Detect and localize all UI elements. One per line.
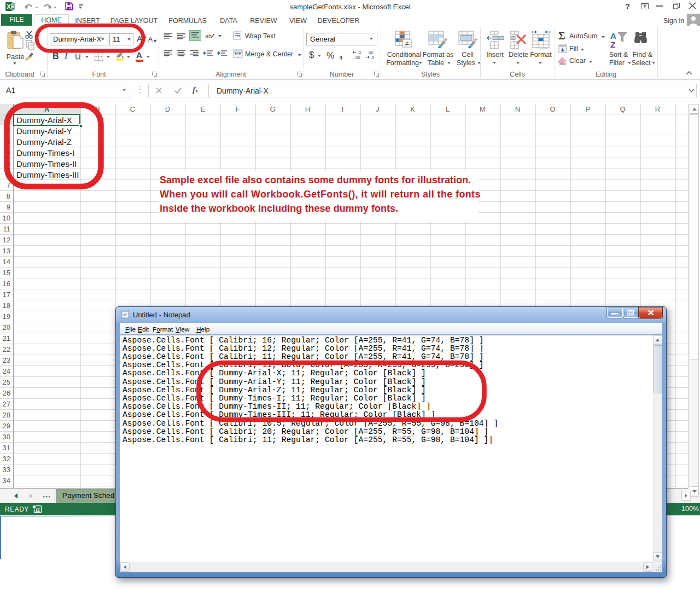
svg-text:Z: Z xyxy=(610,40,615,49)
svg-text:.00: .00 xyxy=(354,55,360,60)
svg-text:.0: .0 xyxy=(371,55,374,60)
svg-text:.0: .0 xyxy=(358,50,361,55)
svg-text:ab: ab xyxy=(205,33,212,39)
svg-text:≠: ≠ xyxy=(405,39,409,48)
svg-text:A: A xyxy=(610,31,616,40)
svg-text:.00: .00 xyxy=(368,50,373,55)
